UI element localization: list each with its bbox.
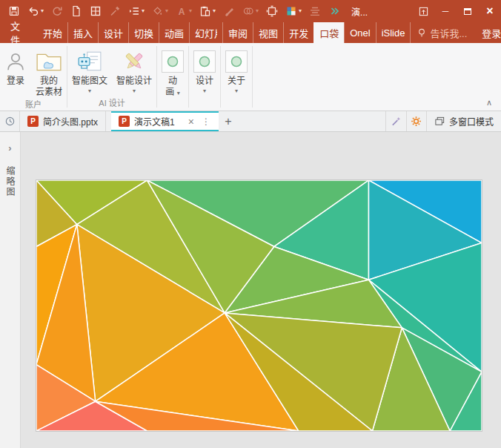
document-tab-1[interactable]: P 简介头图.pptx <box>20 111 106 131</box>
ribbon-display-options-button[interactable] <box>412 0 434 22</box>
gear-icon <box>411 116 422 127</box>
dropdown-caret: ▾ <box>88 88 91 94</box>
ribbon-group-about: 关于 ▾ <box>221 43 252 111</box>
ribbon-tab-label: 动画 <box>165 26 184 40</box>
multi-window-icon <box>434 116 445 127</box>
ribbon-tab-label: 口袋 <box>319 26 339 40</box>
ribbon-separator <box>252 46 253 108</box>
ribbon-tab-设计[interactable]: 设计 <box>98 22 128 43</box>
about-button[interactable]: 关于 ▾ <box>221 46 252 111</box>
circles-icon[interactable]: ▾ <box>239 0 262 22</box>
expand-pane-chevron-icon[interactable]: › <box>0 142 20 154</box>
paste-icon[interactable]: ▾ <box>196 0 219 22</box>
new-document-icon[interactable] <box>67 0 86 22</box>
robot-document-icon <box>77 47 102 76</box>
ribbon-tab-视图[interactable]: 视图 <box>253 22 283 43</box>
group-label-ai-design: AI 设计 <box>99 96 125 111</box>
person-icon <box>4 47 27 76</box>
align-icon[interactable] <box>305 0 325 22</box>
window-controls: ─ × <box>412 0 501 22</box>
quick-access-toolbar: ▾▾▾A▾▾▾▾ <box>0 0 344 22</box>
animation-button[interactable]: 动 画 ▾ <box>157 46 188 111</box>
minimize-button[interactable]: ─ <box>434 0 457 22</box>
multi-window-mode-button[interactable]: 多窗口模式 <box>426 111 501 131</box>
lightbulb-icon <box>417 27 427 38</box>
powerpoint-file-icon: P <box>27 116 39 127</box>
ribbon-tab-label: 开发 <box>289 26 308 40</box>
brush-icon[interactable] <box>219 0 239 22</box>
ribbon-group-ai-design: 智能图文 ▾ <box>67 43 156 111</box>
ribbon-tab-动画[interactable]: 动画 <box>159 22 189 43</box>
maximize-button[interactable] <box>457 0 479 22</box>
group-label-account: 账户 <box>25 98 42 112</box>
workspace: › 缩略图 <box>0 132 501 448</box>
ribbon: 登录 我的 云素材 账户 <box>0 43 501 111</box>
session-history-button[interactable] <box>0 111 20 131</box>
cloud-materials-label-line2: 云素材 <box>36 87 62 98</box>
tab-more-icon[interactable]: ⋮ <box>197 116 216 127</box>
tell-me-label: 告诉我... <box>430 26 467 40</box>
font-color-icon[interactable]: A▾ <box>172 0 196 22</box>
settings-button[interactable] <box>406 111 426 131</box>
ribbon-tab-row: 文件 开始插入设计切换动画幻灯片审阅视图开发口袋OneliSlide 告诉我..… <box>0 22 501 43</box>
design-button[interactable]: 设计 ▾ <box>189 46 220 111</box>
ribbon-tab-开发[interactable]: 开发 <box>283 22 313 43</box>
tab-bar-spacer <box>238 111 385 131</box>
chevrons-icon[interactable] <box>325 0 344 22</box>
ribbon-tabs: 开始插入设计切换动画幻灯片审阅视图开发口袋OneliSlide <box>38 22 410 43</box>
theme-colors-icon[interactable]: ▾ <box>282 0 305 22</box>
cloud-materials-label-line1: 我的 <box>40 76 58 87</box>
dropdown-caret: ▾ <box>235 88 238 94</box>
close-tab-icon[interactable]: × <box>185 116 197 128</box>
ribbon-tab-label: 审阅 <box>228 26 248 40</box>
multi-window-label: 多窗口模式 <box>449 115 494 128</box>
tell-me-box[interactable]: 告诉我... <box>410 22 473 43</box>
ribbon-tab-插入[interactable]: 插入 <box>67 22 98 43</box>
smart-text-button[interactable]: 智能图文 ▾ <box>67 46 112 96</box>
maximize-icon <box>464 8 471 15</box>
fill-bucket-icon[interactable]: ▾ <box>148 0 172 22</box>
sign-in-button[interactable]: 登录 <box>473 22 501 43</box>
new-tab-button[interactable]: + <box>219 111 238 131</box>
ribbon-tab-Onel[interactable]: Onel <box>344 22 375 43</box>
title-bar: ▾▾▾A▾▾▾▾ 演... ─ × <box>0 0 501 22</box>
outline-icon[interactable]: ▾ <box>125 0 148 22</box>
magic-wand-button[interactable] <box>386 111 406 131</box>
center-crop-icon[interactable] <box>262 0 282 22</box>
ribbon-tab-label: 切换 <box>134 26 153 40</box>
tab-file[interactable]: 文件 <box>0 22 30 43</box>
collapse-ribbon-button[interactable]: ∧ <box>486 98 492 108</box>
undo-icon[interactable]: ▾ <box>24 0 47 22</box>
cloud-materials-button[interactable]: 我的 云素材 <box>31 46 67 98</box>
ribbon-tab-label: iSlide <box>382 27 405 39</box>
ribbon-tab-切换[interactable]: 切换 <box>128 22 159 43</box>
green-circle-icon <box>193 50 216 73</box>
window-title: 演... <box>344 5 375 18</box>
eyedropper-icon[interactable] <box>105 0 125 22</box>
document-tab-bar: P 简介头图.pptx P 演示文稿1 × ⋮ + <box>0 111 501 132</box>
ribbon-tab-口袋[interactable]: 口袋 <box>313 22 344 43</box>
grid-icon[interactable] <box>86 0 105 22</box>
tab-bar-right-tools: 多窗口模式 <box>385 111 501 131</box>
ribbon-tab-label: Onel <box>350 27 370 39</box>
slide-canvas <box>21 132 501 448</box>
ribbon-tab-开始[interactable]: 开始 <box>38 22 67 43</box>
ribbon-tab-label: 幻灯片 <box>195 26 217 40</box>
ribbon-group-account: 登录 我的 云素材 账户 <box>0 43 67 111</box>
slide[interactable] <box>36 179 482 432</box>
dropdown-caret: ▾ <box>133 88 136 94</box>
thumbnail-pane-label: 缩略图 <box>4 166 16 197</box>
close-button[interactable]: × <box>479 0 501 22</box>
ribbon-display-icon <box>418 6 429 17</box>
redo-icon[interactable] <box>47 0 67 22</box>
smart-design-button[interactable]: 智能设计 ▾ <box>112 46 156 96</box>
green-circle-icon <box>225 50 248 73</box>
document-tab-2-active[interactable]: P 演示文稿1 × ⋮ <box>111 111 219 131</box>
ribbon-tab-iSlide[interactable]: iSlide <box>376 22 411 43</box>
login-label: 登录 <box>7 76 24 87</box>
ribbon-tab-审阅[interactable]: 审阅 <box>222 22 253 43</box>
collapsed-thumbnail-pane[interactable]: › 缩略图 <box>0 132 21 448</box>
ribbon-tab-label: 插入 <box>73 26 93 40</box>
ribbon-tab-幻灯片[interactable]: 幻灯片 <box>189 22 222 43</box>
login-button[interactable]: 登录 <box>0 46 31 98</box>
